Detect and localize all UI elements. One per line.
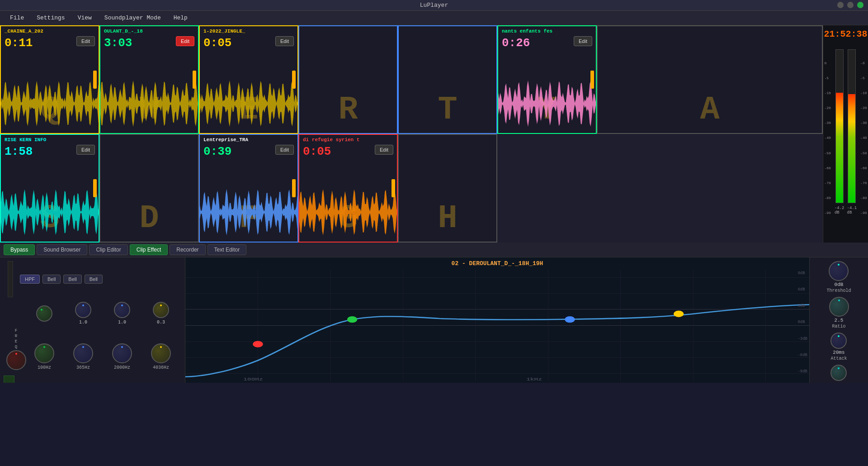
pad-time-q: 0:11 — [5, 36, 33, 50]
menu-view[interactable]: View — [71, 13, 98, 23]
pad-g[interactable]: Gdi refugie syrien t0:05Edit — [298, 134, 398, 243]
eq-freq3-label: 4036Hz — [153, 365, 169, 370]
pad-a[interactable]: A — [597, 25, 823, 134]
pad-time-e: 0:05 — [203, 36, 231, 50]
tab-clip-effect[interactable]: Clip Effect — [130, 244, 168, 255]
pad-w[interactable]: WOULANT_D_-_183:03Edit — [99, 25, 199, 134]
pad-edit-btn-s[interactable]: Edit — [76, 145, 95, 155]
pad-waveform-y — [498, 74, 597, 133]
eq-freq2-knob[interactable] — [112, 343, 132, 363]
pad-waveform-f — [200, 183, 298, 242]
eq-freq0: 100Hz — [28, 343, 60, 370]
compressor-release: 200ms Release — [829, 365, 848, 383]
pad-r[interactable]: R — [298, 25, 398, 134]
eq-freq3-knob[interactable] — [151, 343, 171, 363]
pad-edit-btn-w[interactable]: Edit — [176, 36, 194, 46]
player-area: Q_CHAINE_A_2020:11EditWOULANT_D_-_183:03… — [0, 25, 868, 243]
pad-h[interactable]: H — [398, 134, 497, 243]
threshold-knob[interactable] — [829, 261, 849, 281]
compressor-attack: 20ms Attack — [830, 333, 847, 361]
threshold-value: 0dB — [835, 282, 844, 287]
tab-text-editor[interactable]: Text Editor — [208, 244, 247, 255]
vu-right-label: -4.1 dB — [847, 206, 857, 215]
volume-marker-s[interactable] — [93, 179, 97, 197]
eq-graph: 02 - DEROULANT_D_-_18H_19H 9dB 6dB 3dB 0… — [185, 257, 809, 383]
maximize-btn[interactable] — [847, 2, 854, 8]
volume-marker-q[interactable] — [93, 71, 97, 89]
pad-edit-btn-y[interactable]: Edit — [574, 36, 592, 46]
filter-bell1-btn[interactable]: Bell — [42, 275, 61, 284]
pad-title-f: Lentreprise_TRA — [203, 137, 266, 143]
pad-title-y: nants enfants fes — [502, 29, 564, 34]
filter-bell3-btn[interactable]: Bell — [85, 275, 103, 284]
pad-key-d: D — [139, 200, 159, 237]
pad-edit-btn-g[interactable]: Edit — [375, 145, 393, 155]
ratio-knob[interactable] — [829, 297, 849, 317]
vu-clock: 21:52:38 — [824, 29, 868, 39]
volume-marker-f[interactable] — [292, 179, 296, 197]
filter-bell2-btn[interactable]: Bell — [63, 275, 81, 284]
minimize-btn[interactable] — [837, 2, 844, 8]
tab-clip-editor[interactable]: Clip Editor — [89, 244, 127, 255]
pad-q[interactable]: Q_CHAINE_A_2020:11Edit — [0, 25, 99, 134]
menu-help[interactable]: Help — [167, 13, 194, 23]
gain-fader[interactable] — [4, 376, 14, 383]
pad-t[interactable]: T — [398, 25, 497, 134]
bypass-button[interactable]: Bypass — [4, 244, 35, 255]
eq-freq1-label: 365Hz — [76, 365, 90, 370]
menu-settings[interactable]: Settings — [30, 13, 71, 23]
pad-key-r: R — [338, 91, 358, 128]
tab-sound-browser[interactable]: Sound Browser — [37, 244, 87, 255]
pad-time-g: 0:05 — [303, 145, 331, 158]
eq-freq1-knob[interactable] — [73, 343, 93, 363]
pad-edit-btn-q[interactable]: Edit — [76, 36, 95, 46]
eq-q2-knob[interactable] — [114, 302, 130, 318]
pad-s[interactable]: SRISE KERN INFO1:58Edit — [0, 134, 99, 243]
pad-waveform-w — [100, 74, 199, 133]
pad-f[interactable]: FLentreprise_TRA0:39Edit — [199, 134, 298, 243]
volume-marker-y[interactable] — [590, 71, 594, 89]
pad-waveform-q — [1, 74, 99, 133]
menu-soundplayer-mode[interactable]: Soundplayer Mode — [98, 13, 167, 23]
eq-point-hpf[interactable] — [253, 341, 263, 347]
ratio-value: 2.5 — [835, 318, 844, 323]
eq-point-bell1[interactable] — [347, 316, 357, 323]
pad-key-a: A — [700, 91, 719, 128]
filter-type-row: HPF Bell Bell Bell — [4, 261, 181, 297]
eq-freq0-knob[interactable] — [34, 343, 54, 363]
eq-q1-knob[interactable] — [75, 302, 91, 318]
close-btn[interactable] — [857, 2, 863, 8]
eq-graph-title: 02 - DEROULANT_D_-_18H_19H — [185, 257, 809, 270]
pad-edit-btn-e[interactable]: Edit — [275, 36, 294, 46]
freq-master-knob[interactable] — [6, 350, 26, 370]
attack-knob[interactable] — [830, 333, 847, 349]
compressor-panel: 0dB Threshold 2.5 Ratio 20ms Attack — [809, 257, 868, 383]
pad-e[interactable]: E1-2022_JINGLE_0:05Edit — [199, 25, 298, 134]
vu-meters: 0 -5 -10 -20 -30 -40 -50 -60 -70 -80 -90… — [824, 43, 867, 215]
pad-title-q: _CHAINE_A_202 — [5, 29, 67, 34]
bottom-panel: Bypass Sound Browser Clip Editor Clip Ef… — [0, 243, 868, 383]
pad-waveform-s — [1, 183, 99, 242]
eq-point-bell2[interactable] — [565, 316, 575, 323]
eq-curve-svg: 100Hz 1kHz — [185, 270, 809, 381]
threshold-label: Threshold — [826, 288, 851, 293]
tabs-bar: Bypass Sound Browser Clip Editor Clip Ef… — [0, 243, 868, 257]
title-bar: LuPlayer — [0, 0, 868, 11]
pad-d[interactable]: D — [99, 134, 199, 243]
volume-marker-g[interactable] — [392, 179, 395, 197]
pad-edit-btn-f[interactable]: Edit — [275, 145, 294, 155]
eq-band-q1: 1.0 — [67, 302, 99, 325]
eq-q0-knob[interactable] — [36, 305, 52, 322]
eq-point-bell3[interactable] — [674, 311, 684, 317]
vu-panel: 21:52:38 0 -5 -10 -20 -30 -40 -50 -60 -7… — [823, 25, 868, 243]
filter-hpf-btn[interactable]: HPF — [20, 275, 40, 284]
pad-y[interactable]: Ynants enfants fes0:26Edit — [497, 25, 597, 134]
release-knob[interactable] — [830, 365, 847, 381]
eq-band-q3: 0.3 — [145, 302, 177, 325]
volume-marker-w[interactable] — [193, 71, 196, 89]
tab-recorder[interactable]: Recorder — [170, 244, 205, 255]
volume-marker-e[interactable] — [292, 71, 296, 89]
eq-q3-knob[interactable] — [153, 302, 169, 318]
clip-effect-area: HPF Bell Bell Bell 1.0 — [0, 257, 868, 383]
menu-file[interactable]: File — [4, 13, 30, 23]
